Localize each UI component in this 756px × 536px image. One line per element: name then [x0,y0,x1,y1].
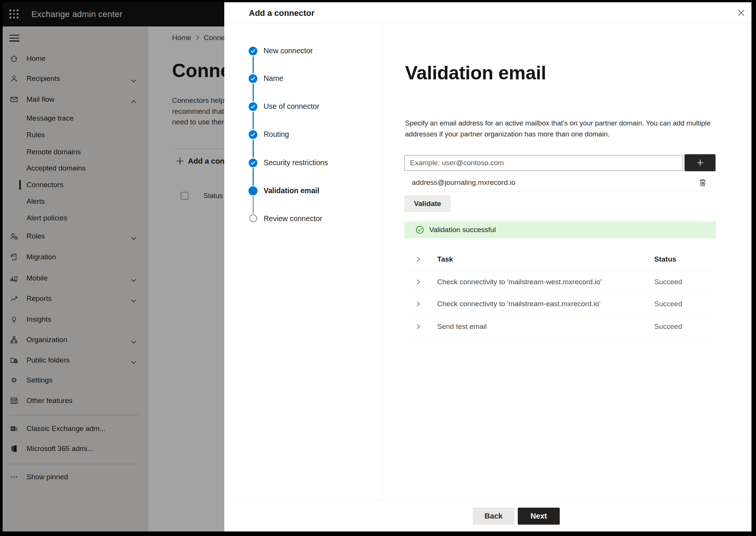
wizard-step-review-connector: Review connector [264,214,322,223]
step-completed-icon [248,74,258,83]
task-cell: Check connectivity to 'mailstream-east.m… [437,300,601,308]
step-description: Specify an email address for an active m… [405,118,719,139]
status-column-header: Status [654,255,676,263]
validation-success-banner: Validation successful [404,222,716,238]
success-message: Validation successful [429,222,496,238]
add-email-button[interactable] [685,154,716,171]
step-connector-line [253,112,254,129]
validation-results-table: TaskStatusCheck connectivity to 'mailstr… [404,248,716,339]
wizard-step-routing: Routing [264,130,289,139]
step-completed-icon [248,130,258,139]
wizard-step-security-restrictions: Security restrictions [264,158,328,167]
trash-icon [698,178,707,187]
close-button[interactable] [735,7,747,19]
validate-button[interactable]: Validate [404,195,451,212]
task-cell: Check connectivity to 'mailstream-west.m… [437,278,602,286]
email-address-input[interactable] [404,155,683,171]
panel-header: Add a connector [224,2,751,24]
step-connector-line [253,84,254,101]
added-address-row: address@journaling.mxrecord.io [404,173,716,192]
task-cell: Send test email [437,322,487,331]
status-cell: Succeed [654,322,682,331]
step-current-icon [248,186,258,195]
step-completed-icon [248,102,258,111]
wizard-step-validation-email: Validation email [264,186,319,195]
wizard-step-use-of-connector: Use of connector [264,102,319,111]
step-upcoming-icon [249,214,257,222]
next-button[interactable]: Next [518,508,560,525]
expand-row-chevron-icon[interactable] [416,279,421,285]
added-address: address@journaling.mxrecord.io [412,178,515,187]
add-connector-panel: Add a connector New connectorNameUse of … [224,2,751,531]
panel-title: Add a connector [249,2,315,24]
results-table-row: Check connectivity to 'mailstream-west.m… [404,271,716,293]
step-connector-line [253,56,254,73]
results-table-row: Check connectivity to 'mailstream-east.m… [404,293,716,315]
task-column-header: Task [437,255,453,263]
step-connector-line [253,196,254,214]
status-cell: Succeed [654,278,682,286]
results-table-header-row: TaskStatus [404,248,716,271]
expand-row-chevron-icon[interactable] [416,301,421,307]
expand-row-chevron-icon[interactable] [416,324,421,330]
panel-vertical-divider [382,24,382,500]
wizard-step-name: Name [264,74,283,83]
wizard-step-new-connector: New connector [264,46,313,55]
back-button[interactable]: Back [473,508,514,525]
step-connector-line [253,168,254,186]
step-completed-icon [248,158,258,167]
step-connector-line [253,140,254,158]
plus-icon [696,159,704,167]
close-icon [738,9,745,16]
expand-row-chevron-icon[interactable] [416,256,421,262]
results-table-row: Send test emailSucceed [404,315,716,339]
step-heading: Validation email [405,62,546,84]
success-check-icon [416,226,424,234]
footer-divider [224,500,751,500]
app-window: Exchange admin center HomeRecipientsMail… [3,2,751,531]
step-completed-icon [248,46,258,56]
delete-address-button[interactable] [698,178,707,187]
status-cell: Succeed [654,300,682,308]
